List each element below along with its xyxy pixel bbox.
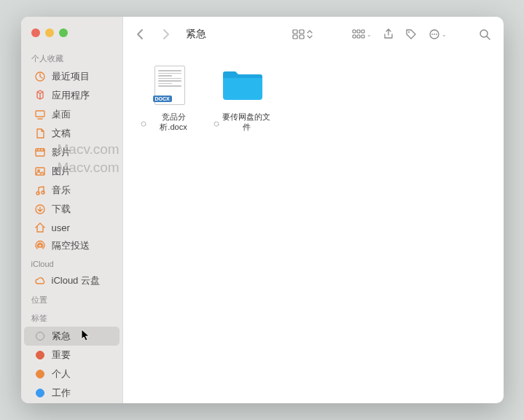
svg-rect-9	[293, 30, 297, 34]
svg-rect-3	[36, 168, 44, 175]
svg-point-5	[36, 192, 39, 195]
sidebar: 个人收藏 最近项目应用程序桌面文稿影片图片音乐下载user隔空投送 iCloud…	[21, 17, 123, 403]
action-button[interactable]: ⌄	[426, 26, 450, 43]
chevron-down-icon: ⌄	[367, 31, 372, 38]
tag-item-0[interactable]: 紧急	[24, 327, 120, 346]
main-area: 紧急 ⌄ ⌄	[123, 17, 504, 403]
svg-rect-13	[353, 30, 356, 33]
sidebar-item-label: 应用程序	[52, 89, 90, 102]
favorites-item-4[interactable]: 影片	[24, 143, 120, 162]
tag-item-1[interactable]: 重要	[24, 346, 120, 365]
folder-icon	[219, 62, 266, 109]
section-favorites: 个人收藏	[21, 49, 122, 67]
svg-point-24	[480, 30, 488, 37]
forward-button[interactable]	[158, 26, 173, 43]
svg-point-21	[431, 34, 433, 35]
desktop-icon	[34, 109, 46, 120]
svg-rect-18	[361, 35, 364, 38]
sidebar-item-label: 紧急	[52, 330, 71, 343]
svg-point-26	[214, 122, 219, 126]
svg-rect-12	[300, 35, 304, 39]
sidebar-item-label: 桌面	[52, 108, 71, 121]
window-title: 紧急	[186, 28, 206, 41]
toolbar: 紧急 ⌄ ⌄	[123, 17, 504, 52]
svg-rect-16	[353, 35, 356, 38]
group-button[interactable]: ⌄	[349, 26, 375, 42]
file-grid[interactable]: DOCX竞品分析.docx要传网盘的文件	[123, 52, 504, 403]
file-item[interactable]: DOCX竞品分析.docx	[141, 62, 199, 133]
movies-icon	[34, 147, 46, 158]
music-icon	[34, 184, 46, 196]
close-button[interactable]	[31, 28, 40, 37]
section-tags: 标签	[21, 308, 122, 327]
section-locations: 位置	[21, 290, 122, 308]
svg-point-8	[39, 244, 42, 247]
sidebar-item-label: 工作	[52, 386, 71, 400]
home-icon	[34, 222, 46, 233]
sidebar-item-label: 音乐	[52, 184, 71, 197]
apps-icon	[34, 90, 46, 101]
documents-icon	[34, 128, 46, 139]
tag-circle-icon	[34, 330, 46, 342]
share-button[interactable]	[380, 26, 396, 43]
pictures-icon	[34, 166, 46, 177]
file-label: 竞品分析.docx	[141, 112, 199, 133]
maximize-button[interactable]	[59, 28, 68, 37]
svg-point-6	[42, 191, 44, 194]
back-button[interactable]	[133, 26, 148, 43]
favorites-item-6[interactable]: 音乐	[24, 181, 120, 200]
cloud-status-icon	[141, 119, 146, 125]
svg-point-25	[141, 122, 146, 126]
tag-item-3[interactable]: 工作	[24, 384, 120, 402]
window-controls	[21, 26, 122, 49]
section-icloud: iCloud	[21, 255, 122, 271]
cloud-status-icon	[214, 119, 219, 125]
sidebar-item-label: 最近项目	[52, 70, 90, 83]
svg-rect-14	[357, 30, 360, 33]
tag-circle-icon	[34, 349, 46, 361]
file-item[interactable]: 要传网盘的文件	[214, 62, 272, 133]
tag-button[interactable]	[402, 26, 420, 43]
favorites-item-1[interactable]: 应用程序	[24, 86, 120, 105]
svg-point-23	[436, 34, 437, 35]
sidebar-item-label: 重要	[52, 349, 71, 362]
favorites-item-2[interactable]: 桌面	[24, 105, 120, 124]
sidebar-item-label: 图片	[52, 165, 71, 178]
clock-icon	[34, 71, 46, 82]
svg-rect-17	[357, 35, 360, 38]
sidebar-item-label: 个人	[52, 368, 71, 381]
favorites-item-5[interactable]: 图片	[24, 162, 120, 181]
sidebar-item-label: 下载	[52, 203, 71, 216]
document-icon: DOCX	[146, 62, 193, 109]
minimize-button[interactable]	[45, 28, 54, 37]
favorites-item-9[interactable]: 隔空投送	[24, 236, 120, 255]
tag-circle-icon	[34, 368, 46, 380]
icloud-item-0[interactable]: iCloud 云盘	[24, 271, 120, 290]
favorites-item-0[interactable]: 最近项目	[24, 67, 120, 86]
sidebar-item-label: 文稿	[52, 127, 71, 140]
sidebar-item-label: user	[52, 222, 70, 233]
cloud-icon	[34, 275, 46, 287]
finder-window: 个人收藏 最近项目应用程序桌面文稿影片图片音乐下载user隔空投送 iCloud…	[21, 17, 504, 403]
sidebar-item-label: 隔空投送	[52, 239, 90, 252]
sidebar-item-label: iCloud 云盘	[52, 274, 100, 287]
svg-rect-1	[36, 111, 44, 117]
favorites-item-3[interactable]: 文稿	[24, 124, 120, 143]
tag-circle-icon	[34, 387, 46, 399]
view-options-button[interactable]	[289, 26, 316, 42]
favorites-item-8[interactable]: user	[24, 219, 120, 236]
sidebar-item-label: 影片	[52, 146, 71, 159]
svg-rect-10	[300, 30, 304, 34]
airdrop-icon	[34, 240, 46, 252]
svg-rect-15	[361, 30, 364, 33]
search-button[interactable]	[476, 26, 493, 43]
chevron-down-icon: ⌄	[442, 31, 447, 38]
svg-point-22	[434, 34, 435, 35]
file-label: 要传网盘的文件	[214, 112, 272, 133]
tag-item-2[interactable]: 个人	[24, 365, 120, 384]
tag-item-4[interactable]: 自我提升	[24, 402, 120, 403]
svg-point-19	[408, 31, 410, 33]
favorites-item-7[interactable]: 下载	[24, 200, 120, 219]
downloads-icon	[34, 203, 46, 215]
svg-rect-11	[293, 35, 297, 39]
